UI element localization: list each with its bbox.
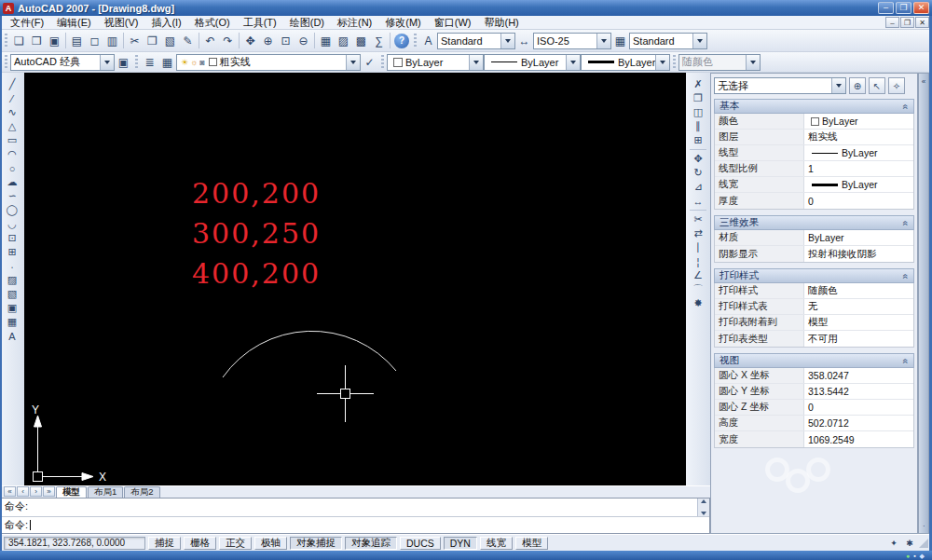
property-value[interactable]: ByLayer <box>804 230 913 245</box>
polyline-icon[interactable]: ∿ <box>3 105 21 119</box>
erase-icon[interactable]: ✗ <box>689 77 707 91</box>
toolbar-grip[interactable] <box>5 34 7 48</box>
move-icon[interactable]: ✥ <box>689 152 707 166</box>
gradient-icon[interactable]: ▧ <box>3 287 21 301</box>
revcloud-icon[interactable]: ☁ <box>3 175 21 189</box>
designcenter-icon[interactable]: ▨ <box>335 32 352 49</box>
chevron-down-icon[interactable] <box>500 34 514 48</box>
menu-window[interactable]: 窗口(W) <box>428 16 478 29</box>
linetype-combo[interactable]: ByLayer <box>484 54 581 71</box>
text-style-combo[interactable]: Standard <box>437 33 515 49</box>
property-value[interactable]: ByLayer <box>804 145 913 160</box>
polar-toggle[interactable]: 极轴 <box>254 537 287 550</box>
menu-file[interactable]: 文件(F) <box>4 16 50 29</box>
make-current-icon[interactable]: ✓ <box>361 53 378 71</box>
command-window[interactable]: 命令: 命令: <box>0 498 710 534</box>
toolbar-grip[interactable] <box>414 34 417 48</box>
menu-help[interactable]: 帮助(H) <box>478 16 526 29</box>
match-properties-icon[interactable]: ✎ <box>179 32 197 49</box>
property-value[interactable]: ByLayer <box>804 114 913 129</box>
property-value[interactable]: 502.0712 <box>804 416 913 430</box>
ellipse-icon[interactable]: ◯ <box>3 203 21 217</box>
collapse-chevron-icon[interactable]: « <box>901 103 911 109</box>
arc-entity[interactable] <box>223 331 396 377</box>
menu-tools[interactable]: 工具(T) <box>237 16 283 29</box>
scale-icon[interactable]: ⊿ <box>689 180 707 194</box>
tool-palettes-icon[interactable]: ▩ <box>352 32 370 49</box>
menu-edit[interactable]: 编辑(E) <box>50 16 98 29</box>
zoom-window-icon[interactable]: ⊡ <box>277 32 295 49</box>
undo-icon[interactable]: ↶ <box>201 32 219 49</box>
trim-icon[interactable]: ✂ <box>689 212 707 226</box>
mtext-icon[interactable]: A <box>3 329 21 343</box>
chevron-down-icon[interactable] <box>831 78 845 93</box>
color-combo[interactable]: ByLayer <box>387 54 484 71</box>
property-value[interactable]: 粗实线 <box>804 130 913 144</box>
property-value[interactable]: ByLayer <box>804 177 913 192</box>
toolbar-grip[interactable] <box>135 55 138 70</box>
chevron-down-icon[interactable] <box>655 55 669 70</box>
property-value[interactable]: 随颜色 <box>804 283 913 298</box>
tab-layout1[interactable]: 布局1 <box>88 486 123 498</box>
plot-icon[interactable]: ▤ <box>68 32 86 49</box>
layer-states-icon[interactable]: ▦ <box>158 53 176 71</box>
toolbar-lock-icon[interactable]: ✦ <box>887 537 900 550</box>
selection-combo[interactable]: 无选择 <box>714 77 846 94</box>
pickadd-toggle-icon[interactable]: ⊕ <box>849 77 866 94</box>
insert-block-icon[interactable]: ⊡ <box>3 231 21 245</box>
toolbar-grip[interactable] <box>673 55 676 70</box>
pan-icon[interactable]: ✥ <box>241 32 259 49</box>
collapse-chevron-icon[interactable]: « <box>901 220 911 225</box>
section-plot-style-header[interactable]: 打印样式 « <box>714 268 914 283</box>
new-icon[interactable]: ❏ <box>10 32 28 49</box>
tab-first-icon[interactable]: « <box>4 486 16 497</box>
doc-restore-button[interactable]: ❐ <box>900 17 914 28</box>
chevron-down-icon[interactable] <box>346 55 360 70</box>
mirror-icon[interactable]: ◫ <box>689 105 707 119</box>
explode-icon[interactable]: ✸ <box>689 296 707 310</box>
zoom-realtime-icon[interactable]: ⊕ <box>259 32 277 49</box>
scroll-down-icon[interactable] <box>701 512 706 515</box>
tab-next-icon[interactable]: › <box>30 486 42 497</box>
point-icon[interactable]: ∙ <box>3 259 21 273</box>
tab-prev-icon[interactable]: ‹ <box>17 486 29 497</box>
grid-toggle[interactable]: 栅格 <box>184 537 216 550</box>
property-value[interactable]: 1069.2549 <box>804 431 913 447</box>
offset-icon[interactable]: ∥ <box>689 119 707 133</box>
make-block-icon[interactable]: ⊞ <box>3 245 21 259</box>
maximize-button[interactable]: ❐ <box>896 2 911 14</box>
dyn-toggle[interactable]: DYN <box>444 537 477 550</box>
coordinate-readout[interactable]: 354.1821, 323.7268, 0.0000 <box>4 537 145 550</box>
array-icon[interactable]: ⊞ <box>689 133 707 147</box>
model-space-toggle[interactable]: 模型 <box>515 537 548 550</box>
ducs-toggle[interactable]: DUCS <box>400 537 441 550</box>
title-bar[interactable]: A AutoCAD 2007 - [Drawing8.dwg] – ❐ ✕ <box>0 0 932 16</box>
region-icon[interactable]: ▣ <box>3 301 21 315</box>
arc-icon[interactable]: ◠ <box>3 147 21 161</box>
toolbar-grip[interactable] <box>5 55 7 70</box>
collapse-chevron-icon[interactable]: « <box>901 358 911 363</box>
chevron-down-icon[interactable] <box>692 34 706 48</box>
toolbar-grip[interactable] <box>381 55 384 70</box>
layer-combo[interactable]: ☀ ☼ ◙ 粗实线 <box>176 54 361 71</box>
menu-draw[interactable]: 绘图(D) <box>283 16 331 29</box>
chevron-down-icon[interactable] <box>469 55 483 70</box>
status-menu-icon[interactable]: ✱ <box>903 537 916 550</box>
help-icon[interactable]: ? <box>394 34 409 48</box>
command-scrollbar[interactable] <box>697 499 709 516</box>
palette-title-bar[interactable]: « ∙ <box>918 73 929 534</box>
property-value[interactable]: 0 <box>804 400 913 415</box>
redo-icon[interactable]: ↷ <box>219 32 237 49</box>
text-style-icon[interactable]: A <box>419 32 437 49</box>
paste-icon[interactable]: ▧ <box>161 32 179 49</box>
section-3d-effects-header[interactable]: 三维效果 « <box>714 215 914 230</box>
resize-grip[interactable] <box>919 539 928 548</box>
fillet-icon[interactable]: ⌒ <box>689 282 707 296</box>
tray-icon-2[interactable]: ▪ <box>913 553 915 559</box>
close-button[interactable]: ✕ <box>913 2 929 14</box>
layer-freeze-icon[interactable]: ☼ <box>190 58 198 67</box>
quickcalc-icon[interactable]: ∑ <box>370 32 388 49</box>
lineweight-combo[interactable]: ByLayer <box>581 54 670 71</box>
cut-icon[interactable]: ✂ <box>126 32 144 49</box>
menu-insert[interactable]: 插入(I) <box>144 16 187 29</box>
